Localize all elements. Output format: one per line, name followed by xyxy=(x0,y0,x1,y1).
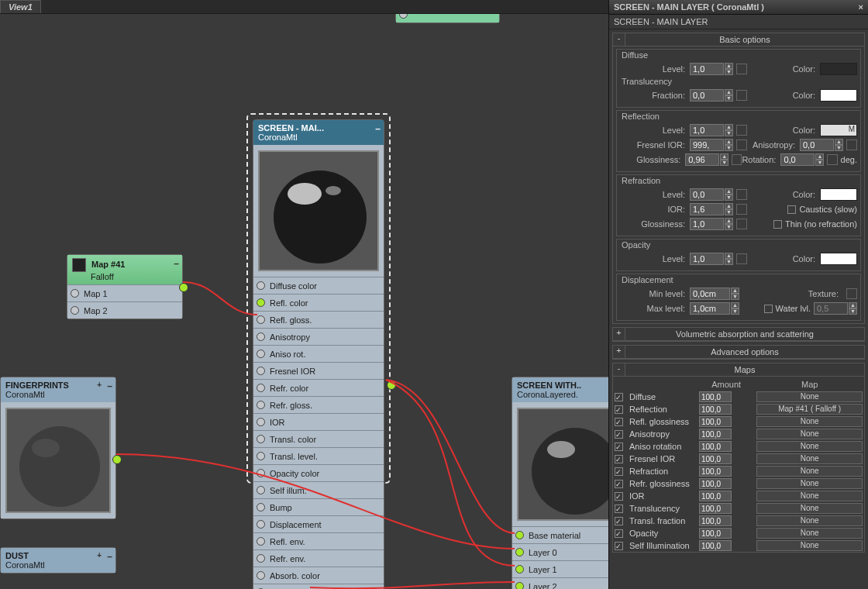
rollout-volumetric[interactable]: + Volumetric absorption and scattering xyxy=(612,327,865,342)
input-displacement[interactable]: Displacement xyxy=(253,515,384,532)
fresnel-input[interactable] xyxy=(690,139,724,151)
map-slot-button[interactable]: None xyxy=(756,515,863,526)
output-socket[interactable] xyxy=(179,283,188,292)
input-refl-gloss-[interactable]: Refl. gloss. xyxy=(253,311,384,328)
input-aniso-rot-[interactable]: Aniso rot. xyxy=(253,345,384,362)
map-slot-button[interactable]: None xyxy=(756,528,863,539)
node-fingerprints[interactable]: FINGERPRINTS CoronaMtl + – xyxy=(0,377,116,519)
refl-gloss-input[interactable] xyxy=(685,153,719,166)
input-scatter-color[interactable]: Scatter color xyxy=(253,584,384,589)
map-slot[interactable] xyxy=(736,90,747,101)
input-transl-level-[interactable]: Transl. level. xyxy=(253,447,384,464)
refl-color[interactable]: M xyxy=(820,124,857,136)
input-ior[interactable]: IOR xyxy=(253,413,384,430)
input-refr-color[interactable]: Refr. color xyxy=(253,379,384,396)
input-anisotropy[interactable]: Anisotropy xyxy=(253,328,384,345)
node-map41-map2[interactable]: Map 2 xyxy=(67,301,182,319)
node-screen-main[interactable]: SCREEN - MAI... – CoronaMtl Diffuse colo… xyxy=(253,119,384,589)
map-enable-checkbox[interactable] xyxy=(615,542,623,550)
map-slot-button[interactable]: Map #41 ( Falloff ) xyxy=(756,404,863,415)
map-slot-button[interactable]: None xyxy=(756,466,863,477)
map-amount-input[interactable] xyxy=(699,491,732,501)
minimize-icon[interactable]: – xyxy=(107,381,112,391)
node-screen-layered[interactable]: SCREEN WITH.. – CoronaLayered. Base mate… xyxy=(512,377,608,589)
rot-input[interactable] xyxy=(780,153,815,166)
input-layer-2[interactable]: Layer 2 xyxy=(512,577,608,589)
input-fresnel-ior[interactable]: Fresnel IOR xyxy=(253,362,384,379)
disp-min-input[interactable] xyxy=(690,288,730,300)
caustics-checkbox[interactable] xyxy=(787,205,796,214)
aniso-input[interactable] xyxy=(800,139,834,151)
output-socket[interactable] xyxy=(387,381,396,390)
map-amount-input[interactable] xyxy=(699,540,732,551)
map-amount-input[interactable] xyxy=(699,416,732,427)
close-icon[interactable]: × xyxy=(859,2,863,12)
map-enable-checkbox[interactable] xyxy=(615,455,623,463)
input-refl-env-[interactable]: Refl. env. xyxy=(253,532,384,549)
node-canvas[interactable]: Map #41 Falloff – Map 1 Map 2 FINGERPRIN… xyxy=(0,14,608,589)
map-enable-checkbox[interactable] xyxy=(615,393,623,401)
diffuse-color[interactable] xyxy=(820,63,857,75)
input-absorb-color[interactable]: Absorb. color xyxy=(253,567,384,584)
map-amount-input[interactable] xyxy=(699,429,732,439)
input-bump[interactable]: Bump xyxy=(253,498,384,515)
map-enable-checkbox[interactable] xyxy=(615,467,623,476)
node-partial-top[interactable] xyxy=(395,14,500,23)
rollout-toggle[interactable]: - xyxy=(613,33,625,46)
transl-color[interactable] xyxy=(820,89,857,102)
input-layer-1[interactable]: Layer 1 xyxy=(512,560,608,577)
map-enable-checkbox[interactable] xyxy=(615,492,623,501)
map-amount-input[interactable] xyxy=(699,453,732,464)
input-refr-env-[interactable]: Refr. env. xyxy=(253,549,384,567)
refr-level-input[interactable] xyxy=(690,188,724,201)
map-slot-button[interactable]: None xyxy=(756,441,863,452)
map-enable-checkbox[interactable] xyxy=(615,517,623,525)
refr-color[interactable] xyxy=(820,188,857,201)
map-slot-button[interactable]: None xyxy=(756,540,863,551)
expand-icon[interactable]: + xyxy=(97,381,102,389)
map-amount-input[interactable] xyxy=(699,441,732,452)
input-diffuse-color[interactable]: Diffuse color xyxy=(253,277,384,294)
map-slot-button[interactable]: None xyxy=(756,391,863,402)
refl-level-input[interactable] xyxy=(690,124,724,136)
map-slot-button[interactable]: None xyxy=(756,416,863,427)
opacity-color[interactable] xyxy=(820,253,857,265)
view-tab[interactable]: View1 xyxy=(0,0,41,13)
map-enable-checkbox[interactable] xyxy=(615,405,623,414)
output-socket[interactable] xyxy=(112,455,122,464)
input-opacity-color[interactable]: Opacity color xyxy=(253,464,384,481)
map-amount-input[interactable] xyxy=(699,515,732,526)
refr-gloss-input[interactable] xyxy=(690,218,724,230)
map-amount-input[interactable] xyxy=(699,391,732,402)
minimize-icon[interactable]: – xyxy=(174,258,179,269)
expand-icon[interactable]: + xyxy=(97,551,102,560)
map-amount-input[interactable] xyxy=(699,466,732,477)
rollout-advanced[interactable]: + Advanced options xyxy=(612,345,865,360)
map-amount-input[interactable] xyxy=(699,478,732,489)
input-base-material[interactable]: Base material xyxy=(512,526,608,543)
map-enable-checkbox[interactable] xyxy=(615,505,623,513)
map-amount-input[interactable] xyxy=(699,528,732,539)
map-enable-checkbox[interactable] xyxy=(615,443,623,451)
input-transl-color[interactable]: Transl. color xyxy=(253,430,384,447)
map-amount-input[interactable] xyxy=(699,404,732,415)
input-self-illum-[interactable]: Self illum. xyxy=(253,481,384,498)
diffuse-level-input[interactable] xyxy=(690,63,724,75)
thin-checkbox[interactable] xyxy=(773,220,782,229)
map-slot-button[interactable]: None xyxy=(756,491,863,501)
disp-max-input[interactable] xyxy=(690,302,730,315)
opacity-level-input[interactable] xyxy=(690,253,724,265)
input-layer-0[interactable]: Layer 0 xyxy=(512,543,608,560)
minimize-icon[interactable]: – xyxy=(375,123,381,134)
map-amount-input[interactable] xyxy=(699,503,732,514)
water-checkbox[interactable] xyxy=(764,305,773,313)
map-enable-checkbox[interactable] xyxy=(615,480,623,488)
ior-input[interactable] xyxy=(690,203,724,215)
map-enable-checkbox[interactable] xyxy=(615,418,623,426)
node-dust[interactable]: DUST CoronaMtl + – xyxy=(0,547,116,574)
map-slot-button[interactable]: None xyxy=(756,478,863,489)
map-slot[interactable] xyxy=(736,64,747,74)
map-slot-button[interactable]: None xyxy=(756,429,863,439)
disp-texture-slot[interactable] xyxy=(846,288,857,299)
transl-fraction-input[interactable] xyxy=(690,89,724,102)
